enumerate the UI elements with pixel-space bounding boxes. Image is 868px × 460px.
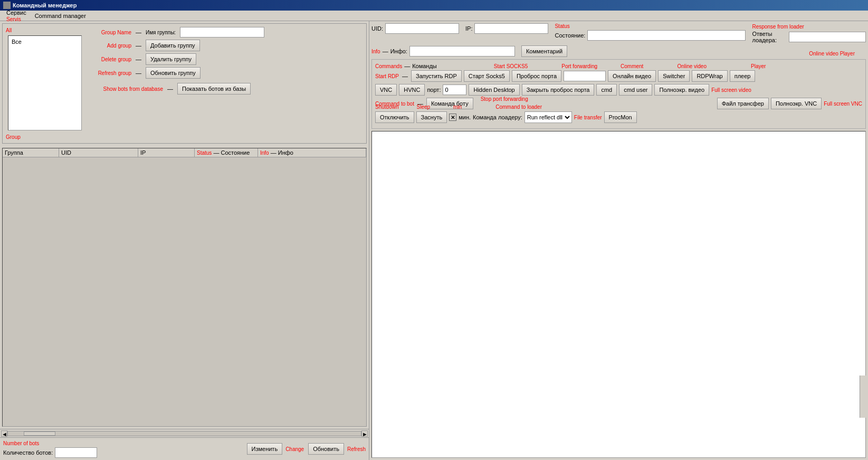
menu-command-manager[interactable]: Command manager	[31, 12, 90, 20]
rdpwrap-button[interactable]: RDPWrap	[692, 70, 727, 82]
add-group-button[interactable]: Добавить группу	[146, 40, 200, 51]
delete-group-button[interactable]: Удалить группу	[146, 53, 196, 65]
status-input[interactable]	[587, 30, 746, 41]
start-socks5-button[interactable]: Старт Socks5	[464, 70, 510, 82]
table-body	[3, 157, 366, 369]
switcher-button[interactable]: Switcher	[658, 70, 690, 82]
response-loader-label: Ответы лоадера:	[752, 31, 787, 43]
ip-label: IP:	[465, 25, 472, 32]
comment-input[interactable]	[564, 71, 606, 81]
number-of-bots-annotation: Number of bots	[3, 440, 39, 446]
fullscreen-video-annotation: Full screen video	[711, 87, 751, 93]
col-ip: IP	[138, 148, 195, 157]
player-annotation: Player	[751, 63, 766, 69]
fullscreen-vnc-annotation: Full screen VNC	[824, 101, 862, 107]
menu-bar: Сервис Servis Command manager	[0, 11, 868, 21]
table-header: Группа UID IP Status — Состояние Info — …	[3, 148, 366, 157]
scroll-thumb[interactable]	[24, 431, 55, 436]
col-group: Группа	[3, 148, 59, 157]
tree-panel: Все	[8, 35, 82, 130]
port-label: порт:	[427, 87, 441, 93]
group-config: All Все Group Name — Имя группы:	[2, 23, 367, 144]
response-loader-input[interactable]	[789, 32, 866, 42]
cmd-user-button[interactable]: cmd user	[619, 84, 652, 96]
port-forwarding-annotation: Port forwarding	[561, 63, 597, 69]
shutdown-annotation: Shutdown	[375, 104, 398, 110]
close-button[interactable]: ✕	[449, 114, 456, 121]
command-to-loader-label: Команда лоадеру:	[473, 114, 522, 120]
response-panel	[371, 131, 866, 458]
comment-annotation: Comment	[621, 63, 643, 69]
scroll-left-button[interactable]: ◄	[1, 430, 7, 437]
group-name-label: Имя группы:	[146, 30, 176, 35]
uid-input[interactable]	[385, 23, 459, 34]
refresh-button[interactable]: Обновить	[308, 443, 344, 455]
scrollbar-vertical[interactable]	[860, 375, 868, 418]
vnc-button[interactable]: VNC	[375, 84, 397, 96]
online-video-button[interactable]: Онлайн видео	[608, 70, 656, 82]
ip-input[interactable]	[474, 23, 548, 34]
all-annotation: All	[6, 27, 12, 33]
info-right-input[interactable]	[409, 46, 515, 57]
title-bar: Командный менеджер	[0, 0, 868, 11]
start-rdp-button[interactable]: Запустить RDP	[411, 70, 462, 82]
hvnc-button[interactable]: HVNC	[399, 84, 425, 96]
min-annotation: min	[453, 104, 462, 110]
main-content: All Все Group Name — Имя группы:	[0, 21, 868, 460]
start-socks5-annotation: Start SOCKS5	[494, 63, 528, 69]
uid-label: UID:	[371, 25, 383, 32]
status-top-annotation: Status	[555, 23, 569, 29]
info-right-annotation: Info	[371, 49, 380, 54]
commands-annotation: Commands	[375, 63, 402, 69]
file-transfer-annotation: File transfer	[574, 115, 602, 120]
sleep-annotation: Sleep	[416, 104, 430, 110]
port-input[interactable]	[443, 85, 466, 95]
group-name-annotation: Group Name	[94, 30, 131, 35]
bottom-bar: Number of bots Количество ботов: Изменит…	[0, 437, 369, 460]
show-bots-button[interactable]: Показать ботов из базы	[177, 83, 251, 95]
refresh-group-button[interactable]: Обновить группу	[146, 67, 201, 79]
delete-group-annotation: Delete group	[94, 57, 131, 62]
procmon-button[interactable]: ProcMon	[604, 111, 637, 123]
commands-label: Команды	[412, 63, 437, 69]
start-rdp-annotation: Start RDP	[375, 73, 399, 79]
bots-count-input[interactable]	[55, 447, 97, 458]
left-panel: All Все Group Name — Имя группы:	[0, 21, 369, 460]
hidden-desktop-button[interactable]: Hidden Desktop	[469, 84, 519, 96]
online-video-annotation: Online video	[677, 63, 707, 69]
info-annotation: Info	[260, 150, 269, 156]
group-name-input[interactable]	[180, 27, 264, 37]
command-to-loader-select[interactable]: Run reflect dll	[524, 111, 572, 123]
refresh-annotation: Refresh	[347, 446, 366, 452]
scroll-track[interactable]	[7, 431, 361, 436]
change-button[interactable]: Изменить	[247, 443, 283, 455]
fullscreen-video-button[interactable]: Полноэкр. видео	[654, 84, 709, 96]
comment-button[interactable]: Комментарий	[521, 45, 567, 57]
player-button[interactable]: плеер	[730, 70, 756, 82]
scroll-right-button[interactable]: ►	[361, 430, 368, 437]
col-status: Status — Состояние	[195, 148, 258, 157]
min-label: мин.	[459, 114, 471, 120]
command-to-loader-annotation: Command to loader	[495, 104, 542, 110]
change-annotation: Change	[285, 446, 304, 452]
col-info: Info — Инфо	[258, 148, 366, 157]
file-transfer-button[interactable]: Файл трансфер	[717, 98, 769, 109]
sleep-button[interactable]: Заснуть	[416, 111, 447, 123]
info-right-label: Инфо:	[390, 48, 407, 54]
add-group-annotation: Add group	[94, 43, 131, 49]
status-annotation: Status	[197, 150, 212, 156]
close-port-button[interactable]: Закрыть проброс порта	[522, 84, 595, 96]
cmd-button[interactable]: cmd	[596, 84, 617, 96]
tree-item-all[interactable]: Все	[11, 38, 79, 45]
bots-count-label: Количество ботов:	[3, 449, 53, 456]
menu-service[interactable]: Сервис Servis	[2, 8, 31, 23]
port-forward-button[interactable]: Проброс порта	[512, 70, 561, 82]
shutdown-button[interactable]: Отключить	[375, 111, 414, 123]
col-uid: UID	[59, 148, 138, 157]
status-label: Состояние:	[555, 32, 585, 39]
group-annotation: Group	[6, 134, 21, 140]
show-bots-annotation: Show bots from database	[94, 86, 163, 92]
fullscreen-vnc-button[interactable]: Полноэкр. VNC	[771, 98, 822, 109]
right-panel: UID: IP: Status Состояние:	[369, 21, 868, 460]
scrollbar-horizontal[interactable]: ◄ ►	[0, 429, 369, 437]
